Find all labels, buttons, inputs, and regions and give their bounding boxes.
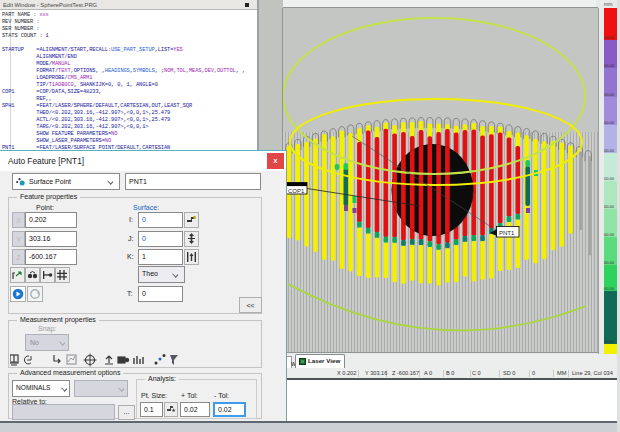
- svg-text:PNT1: PNT1: [499, 230, 515, 236]
- svg-text:COP1: COP1: [288, 188, 305, 194]
